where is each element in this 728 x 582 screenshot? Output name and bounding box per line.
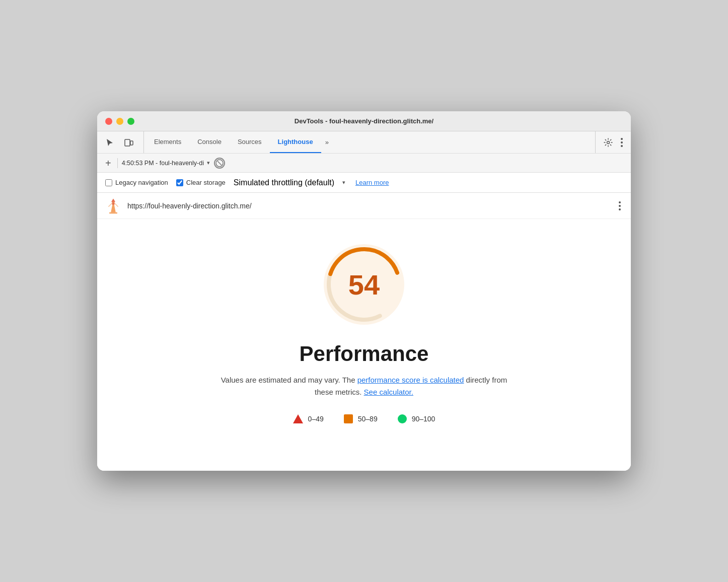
three-dots-icon (619, 201, 621, 210)
toolbar-icons (103, 131, 144, 153)
clear-storage-option[interactable]: Clear storage (176, 179, 226, 186)
legend-orange-label: 50–89 (358, 415, 378, 423)
svg-point-2 (607, 141, 610, 143)
svg-rect-1 (130, 141, 133, 145)
description-text-before: Values are estimated and may vary. The (221, 376, 357, 384)
tab-console[interactable]: Console (189, 131, 230, 153)
tab-elements[interactable]: Elements (146, 131, 189, 153)
tab-more[interactable]: » (321, 131, 333, 153)
throttling-dropdown-arrow: ▾ (342, 179, 345, 186)
tabs-container: Elements Console Sources Lighthouse » (146, 131, 595, 153)
window-title: DevTools - foul-heavenly-direction.glitc… (295, 117, 433, 125)
svg-rect-11 (109, 212, 117, 213)
legend-red-label: 0–49 (308, 415, 324, 423)
toolbar-url-section: 4:50:53 PM - foul-heavenly-di ▾ (122, 160, 210, 167)
calculator-link[interactable]: See calculator. (364, 388, 413, 396)
legacy-navigation-checkbox[interactable] (105, 179, 112, 186)
legacy-navigation-option[interactable]: Legacy navigation (105, 179, 168, 186)
svg-point-5 (621, 145, 623, 147)
traffic-lights (105, 118, 134, 125)
legend-green: 90–100 (398, 414, 435, 423)
tab-bar-actions (595, 131, 625, 153)
performance-description: Values are estimated and may vary. The p… (213, 374, 515, 398)
device-mode-icon[interactable] (122, 136, 135, 149)
svg-rect-0 (125, 139, 130, 146)
throttling-dropdown[interactable]: ▾ (342, 179, 345, 186)
title-bar: DevTools - foul-heavenly-direction.glitc… (97, 111, 631, 131)
url-bar-row: https://foul-heavenly-direction.glitch.m… (97, 193, 631, 219)
svg-point-4 (621, 141, 623, 143)
green-circle-icon (398, 414, 407, 423)
add-button[interactable]: + (103, 158, 113, 168)
minimize-button[interactable] (116, 118, 123, 125)
url-timestamp: 4:50:53 PM - foul-heavenly-di (122, 160, 204, 167)
clear-storage-label: Clear storage (186, 179, 226, 186)
main-content: 54 Performance Values are estimated and … (97, 219, 631, 471)
legend-green-label: 90–100 (412, 415, 435, 423)
tab-bar: Elements Console Sources Lighthouse » (97, 131, 631, 154)
tab-sources[interactable]: Sources (230, 131, 270, 153)
tab-lighthouse[interactable]: Lighthouse (270, 131, 321, 153)
throttling-label: Simulated throttling (default) (234, 178, 334, 187)
report-url: https://foul-heavenly-direction.glitch.m… (127, 202, 617, 210)
score-gauge: 54 (319, 239, 409, 330)
url-menu-button[interactable] (617, 199, 623, 212)
learn-more-link[interactable]: Learn more (355, 179, 389, 186)
toolbar-divider (117, 158, 118, 168)
maximize-button[interactable] (127, 118, 134, 125)
devtools-window: DevTools - foul-heavenly-direction.glitc… (97, 111, 631, 471)
svg-point-3 (621, 138, 623, 140)
url-dropdown-button[interactable]: ▾ (207, 160, 210, 166)
options-row: Legacy navigation Clear storage Simulate… (97, 173, 631, 193)
performance-score-link[interactable]: performance score is calculated (357, 376, 464, 384)
svg-marker-10 (111, 198, 115, 201)
clear-storage-checkbox[interactable] (176, 179, 183, 186)
settings-icon[interactable] (602, 136, 615, 149)
score-value: 54 (348, 268, 380, 301)
lighthouse-logo-icon (105, 198, 121, 214)
legend-red: 0–49 (293, 414, 324, 423)
legend-orange: 50–89 (344, 414, 378, 423)
performance-title: Performance (300, 342, 429, 366)
score-legend: 0–49 50–89 90–100 (293, 414, 435, 423)
more-options-icon[interactable] (619, 136, 625, 149)
orange-square-icon (344, 414, 353, 423)
red-triangle-icon (293, 414, 303, 423)
close-button[interactable] (105, 118, 112, 125)
devtools-body: Elements Console Sources Lighthouse » (97, 131, 631, 471)
legacy-navigation-label: Legacy navigation (115, 179, 168, 186)
svg-marker-8 (111, 204, 116, 212)
cursor-icon[interactable] (103, 136, 116, 149)
svg-line-7 (217, 161, 222, 165)
stop-button[interactable] (214, 158, 225, 169)
toolbar-row: + 4:50:53 PM - foul-heavenly-di ▾ (97, 154, 631, 173)
